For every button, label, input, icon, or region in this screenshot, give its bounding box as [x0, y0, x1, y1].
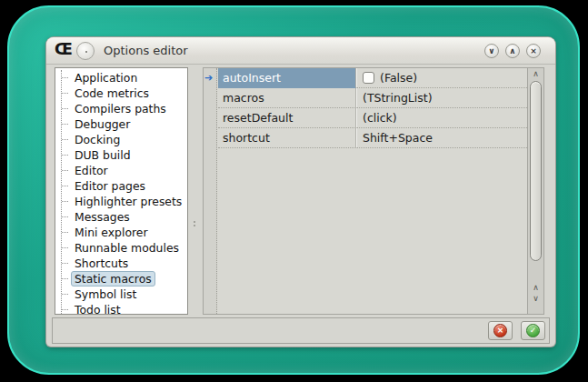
sidebar-item-label: Editor pages: [71, 178, 149, 194]
sidebar-item-docking[interactable]: Docking: [62, 132, 187, 147]
tree-branch-line: [62, 232, 68, 233]
sidebar-item-label: Todo list: [71, 302, 125, 315]
tree-branch-line: [62, 247, 68, 248]
footer-buttons: ×✓: [488, 321, 545, 340]
close-button[interactable]: ×: [526, 44, 541, 58]
property-row-autoinsert[interactable]: autoInsert(False): [218, 68, 527, 88]
sidebar-item-highlighter-presets[interactable]: Highlighter presets: [62, 194, 187, 209]
app-logo-icon: Œ: [55, 40, 72, 58]
footer-panel: ×✓: [52, 317, 550, 344]
property-name[interactable]: macros: [218, 88, 356, 108]
tree-branch-line: [62, 216, 68, 217]
tree-branch-line: [62, 294, 68, 295]
scrollbar-thumb[interactable]: [530, 81, 542, 261]
ok-button[interactable]: ✓: [521, 321, 545, 340]
tree-branch-line: [62, 93, 68, 94]
sidebar-item-label: Static macros: [71, 271, 155, 286]
sidebar-item-label: Messages: [71, 209, 134, 225]
property-value[interactable]: (False): [356, 68, 527, 88]
chevron-down-icon: ∨: [488, 47, 494, 55]
sidebar-item-label: Debugger: [71, 116, 134, 132]
close-icon: ×: [530, 47, 537, 55]
tree-branch-line: [62, 155, 68, 156]
sidebar-item-mini-explorer[interactable]: Mini explorer: [62, 225, 187, 240]
sidebar-item-runnable-modules[interactable]: Runnable modules: [62, 240, 187, 256]
property-row-resetdefault[interactable]: resetDefault(click): [218, 108, 527, 128]
property-value[interactable]: (TStringList): [356, 88, 527, 108]
tree-branch-line: [62, 201, 68, 202]
property-name[interactable]: autoInsert: [218, 68, 356, 88]
property-value-text: (click): [363, 111, 397, 125]
sidebar-item-todo-list[interactable]: Todo list: [62, 302, 187, 315]
sidebar-item-label: Application: [71, 70, 141, 85]
panel-splitter[interactable]: [188, 67, 203, 315]
tree-branch-line: [62, 278, 68, 279]
checkbox-unchecked-icon[interactable]: [363, 72, 374, 84]
sidebar-item-label: Highlighter presets: [71, 194, 185, 209]
cross-icon: ×: [493, 324, 507, 337]
property-value-text: (TStringList): [363, 91, 433, 105]
sidebar-item-debugger[interactable]: Debugger: [62, 116, 187, 132]
property-name[interactable]: shortcut: [218, 128, 356, 148]
property-name[interactable]: resetDefault: [218, 108, 356, 128]
sidebar-item-editor[interactable]: Editor: [62, 163, 187, 178]
tree-branch-line: [62, 263, 68, 264]
screenshot-stage: Œ Options editor ∨∧× ApplicationCode met…: [0, 0, 588, 382]
sidebar-item-dub-build[interactable]: DUB build: [62, 147, 187, 163]
sidebar-item-label: Editor: [71, 163, 112, 178]
property-row-shortcut[interactable]: shortcutShift+Space: [218, 128, 527, 148]
sidebar-item-label: Runnable modules: [71, 240, 183, 256]
sidebar-item-label: Symbol list: [71, 286, 140, 302]
options-category-panel: ApplicationCode metricsCompilers pathsDe…: [55, 67, 188, 315]
shade-button[interactable]: ∨: [484, 44, 499, 58]
sidebar-item-symbol-list[interactable]: Symbol list: [62, 286, 187, 302]
sidebar-item-label: DUB build: [71, 147, 135, 163]
sidebar-item-label: Docking: [71, 132, 124, 147]
tree-branch-line: [62, 170, 68, 171]
tree-branch-line: [62, 309, 68, 310]
sidebar-item-static-macros[interactable]: Static macros: [62, 271, 187, 286]
sidebar-item-label: Compilers paths: [71, 101, 170, 116]
property-value[interactable]: Shift+Space: [356, 128, 527, 148]
sidebar-item-label: Mini explorer: [71, 225, 152, 240]
tree-branch-line: [62, 77, 68, 78]
scroll-up-icon[interactable]: ∧: [528, 283, 543, 293]
property-row-macros[interactable]: macros(TStringList): [218, 88, 527, 108]
sidebar-item-shortcuts[interactable]: Shortcuts: [62, 256, 187, 271]
tree-branch-line: [62, 108, 68, 109]
sidebar-item-label: Shortcuts: [71, 256, 132, 271]
vertical-scrollbar[interactable]: ∧ ∧ ∨: [527, 67, 544, 315]
property-grid: ➔ autoInsert(False)macros(TStringList)re…: [203, 67, 527, 315]
window-menu-button[interactable]: [76, 42, 95, 60]
teal-screenshot-frame: Œ Options editor ∨∧× ApplicationCode met…: [7, 5, 580, 375]
sidebar-item-compilers-paths[interactable]: Compilers paths: [62, 101, 187, 116]
property-grid-rows: autoInsert(False)macros(TStringList)rese…: [218, 68, 527, 148]
sidebar-item-application[interactable]: Application: [62, 70, 187, 85]
titlebar[interactable]: Œ Options editor ∨∧×: [46, 37, 555, 65]
check-icon: ✓: [526, 324, 540, 337]
sidebar-item-label: Code metrics: [71, 85, 153, 101]
window-controls: ∨∧×: [484, 44, 541, 58]
scroll-up-icon[interactable]: ∧: [528, 69, 543, 79]
property-value[interactable]: (click): [356, 108, 527, 128]
maximize-button[interactable]: ∧: [505, 44, 520, 58]
tree-branch-line: [62, 186, 68, 186]
options-category-list: ApplicationCode metricsCompilers pathsDe…: [61, 70, 187, 315]
property-grid-gutter: ➔: [204, 68, 217, 314]
selected-row-arrow-icon: ➔: [204, 72, 213, 84]
options-editor-window: Œ Options editor ∨∧× ApplicationCode met…: [46, 37, 555, 347]
tree-branch-line: [62, 139, 68, 140]
tree-branch-line: [62, 124, 68, 125]
property-value-text: (False): [380, 71, 417, 85]
window-title: Options editor: [104, 37, 188, 65]
sidebar-item-messages[interactable]: Messages: [62, 209, 187, 225]
sidebar-item-editor-pages[interactable]: Editor pages: [62, 178, 187, 194]
property-value-text: Shift+Space: [363, 131, 433, 145]
chevron-up-icon: ∧: [509, 47, 515, 55]
sidebar-item-code-metrics[interactable]: Code metrics: [62, 85, 187, 101]
scroll-down-icon[interactable]: ∨: [528, 294, 543, 304]
cancel-button[interactable]: ×: [488, 321, 513, 340]
